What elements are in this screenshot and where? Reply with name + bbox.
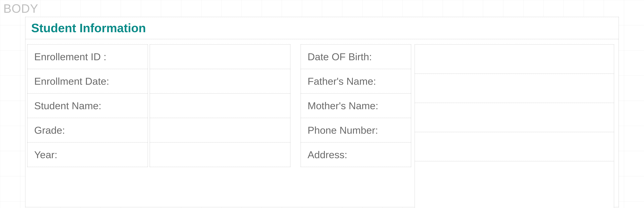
left-labels-column: Enrollement ID : Enrollment Date: Studen…	[27, 44, 148, 167]
label-address: Address:	[300, 142, 411, 167]
value-mother-name[interactable]	[414, 103, 614, 132]
label-enrollment-id: Enrollement ID :	[27, 44, 148, 69]
label-student-name: Student Name:	[27, 93, 148, 118]
value-phone[interactable]	[414, 132, 614, 161]
value-father-name[interactable]	[414, 74, 614, 103]
value-address[interactable]	[414, 161, 614, 208]
panel-body: Enrollement ID : Enrollment Date: Studen…	[26, 39, 618, 207]
value-enrollment-date[interactable]	[150, 69, 290, 94]
value-dob[interactable]	[414, 44, 614, 74]
value-enrollment-id[interactable]	[150, 44, 290, 69]
value-student-name[interactable]	[150, 93, 290, 118]
label-mother-name: Mother's Name:	[300, 93, 411, 118]
label-enrollment-date: Enrollment Date:	[27, 69, 148, 94]
label-year: Year:	[27, 142, 148, 167]
body-element-label: BODY	[3, 2, 38, 16]
right-values-column	[414, 44, 614, 208]
label-dob: Date OF Birth:	[300, 44, 411, 69]
panel-title: Student Information	[26, 17, 618, 39]
value-year[interactable]	[150, 142, 290, 167]
student-info-panel[interactable]: Student Information Enrollement ID : Enr…	[25, 17, 619, 207]
label-grade: Grade:	[27, 118, 148, 142]
right-labels-column: Date OF Birth: Father's Name: Mother's N…	[300, 44, 411, 167]
label-phone: Phone Number:	[300, 118, 411, 142]
left-values-column	[150, 44, 290, 167]
value-grade[interactable]	[150, 118, 290, 142]
label-father-name: Father's Name:	[300, 69, 411, 94]
